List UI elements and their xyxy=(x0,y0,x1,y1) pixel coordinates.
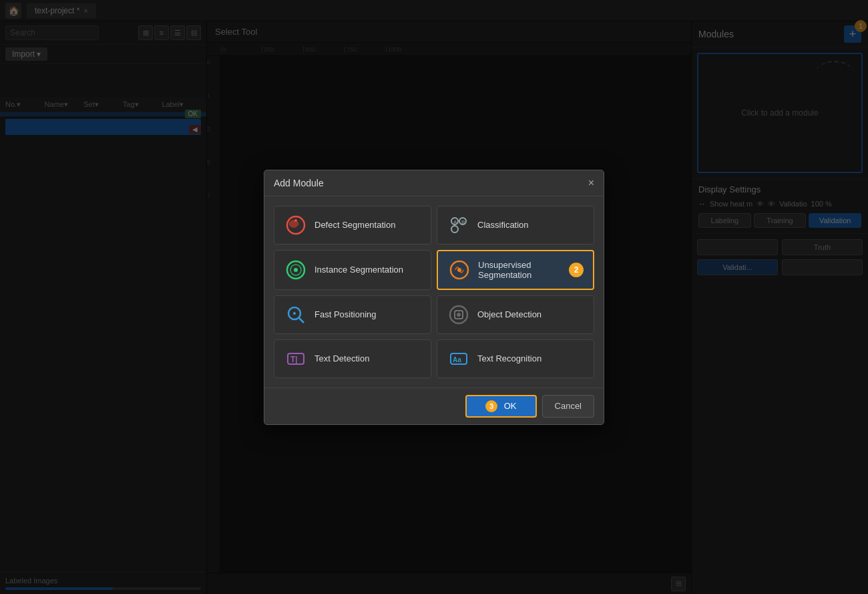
modal-body: Defect Segmentation A B Classification xyxy=(264,196,604,388)
cancel-button[interactable]: Cancel xyxy=(542,395,594,418)
module-item-instance-segmentation[interactable]: Instance Segmentation xyxy=(274,250,431,290)
fast-positioning-label: Fast Positioning xyxy=(314,309,377,319)
add-module-dialog: Add Module × Defect Segmentation xyxy=(264,170,604,425)
module-item-text-recognition[interactable]: Aa Text Recognition xyxy=(437,339,594,378)
module-item-fast-positioning[interactable]: Fast Positioning xyxy=(274,295,431,334)
text-recognition-icon: Aa xyxy=(447,347,471,371)
svg-text:Aa: Aa xyxy=(453,356,461,363)
instance-segmentation-icon xyxy=(284,258,308,282)
modal-header: Add Module × xyxy=(264,170,604,196)
module-item-text-detection[interactable]: T| Text Detection xyxy=(274,339,431,378)
modal-close-button[interactable]: × xyxy=(588,177,594,189)
svg-text:A: A xyxy=(453,219,457,225)
text-recognition-label: Text Recognition xyxy=(477,353,541,363)
classification-icon: A B xyxy=(447,213,471,237)
object-detection-label: Object Detection xyxy=(477,309,541,319)
svg-text:B: B xyxy=(461,219,465,225)
unsupervised-step-badge: 2 xyxy=(569,263,584,277)
modal-footer: 3 OK Cancel xyxy=(264,388,604,424)
svg-point-9 xyxy=(294,268,298,272)
svg-line-13 xyxy=(299,318,304,323)
svg-point-1 xyxy=(294,219,297,222)
classification-label: Classification xyxy=(477,220,529,230)
fast-positioning-icon xyxy=(284,303,308,327)
defect-segmentation-icon xyxy=(284,213,308,237)
svg-point-11 xyxy=(457,268,461,272)
ok-button[interactable]: 3 OK xyxy=(465,395,536,418)
modal-title: Add Module xyxy=(274,178,324,188)
module-item-defect-segmentation[interactable]: Defect Segmentation xyxy=(274,206,431,245)
object-detection-icon xyxy=(447,303,471,327)
text-detection-icon: T| xyxy=(284,347,308,371)
module-item-classification[interactable]: A B Classification xyxy=(437,206,594,245)
text-detection-label: Text Detection xyxy=(314,353,369,363)
unsupervised-segmentation-label: Unsupervised Segmentation xyxy=(478,260,562,280)
svg-point-17 xyxy=(457,313,461,317)
instance-segmentation-label: Instance Segmentation xyxy=(314,265,403,275)
svg-text:T|: T| xyxy=(290,355,298,364)
unsupervised-segmentation-icon xyxy=(447,258,471,282)
svg-point-4 xyxy=(451,226,458,233)
ok-step-badge: 3 xyxy=(485,400,497,412)
ok-label: OK xyxy=(504,401,517,411)
svg-point-14 xyxy=(293,312,296,315)
module-item-object-detection[interactable]: Object Detection xyxy=(437,295,594,334)
defect-segmentation-label: Defect Segmentation xyxy=(314,220,395,230)
module-item-unsupervised-segmentation[interactable]: Unsupervised Segmentation 2 xyxy=(437,250,594,290)
modal-overlay[interactable]: Add Module × Defect Segmentation xyxy=(0,0,868,594)
